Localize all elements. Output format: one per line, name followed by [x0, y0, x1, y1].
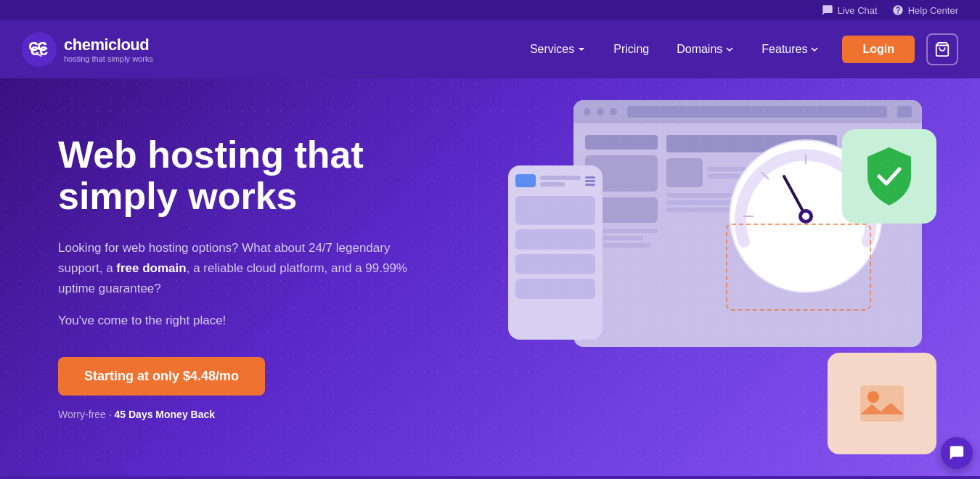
- nav-links: Services Pricing Domains Features Login: [518, 33, 958, 65]
- svg-rect-13: [860, 385, 904, 422]
- block-1: [585, 135, 658, 150]
- hero-description: Looking for web hosting options? What ab…: [58, 238, 436, 299]
- browser-dot-3: [610, 108, 617, 115]
- phone-cards: [515, 196, 595, 299]
- login-button[interactable]: Login: [842, 36, 915, 63]
- phone-card-4: [515, 279, 595, 299]
- nav-features[interactable]: Features: [750, 37, 830, 62]
- live-chat-label: Live Chat: [838, 5, 878, 16]
- browser-address-bar: [627, 106, 887, 118]
- browser-dot-1: [584, 108, 591, 115]
- logo[interactable]: cc chemicloud hosting that simply works: [22, 32, 153, 67]
- svg-point-11: [802, 213, 809, 220]
- cta-button[interactable]: Starting at only $4.48/mo: [58, 357, 265, 396]
- logo-name: chemicloud: [64, 36, 153, 54]
- shield-badge: [842, 129, 936, 224]
- logo-text: chemicloud hosting that simply works: [64, 36, 153, 63]
- shield-svg: [860, 144, 918, 209]
- navbar: cc chemicloud hosting that simply works …: [0, 20, 980, 78]
- hero-content: Web hosting that simply works Looking fo…: [58, 134, 479, 420]
- phone-card-3: [515, 254, 595, 274]
- menu-line: [585, 184, 595, 186]
- svg-point-14: [867, 391, 879, 403]
- phone-logo: [515, 174, 536, 187]
- chevron-down-icon: [577, 45, 586, 54]
- live-chat-link[interactable]: Live Chat: [822, 4, 878, 16]
- browser-top-bar: [573, 100, 922, 123]
- phone-menu: [585, 176, 595, 186]
- phone-top-row: [515, 174, 595, 187]
- help-center-label: Help Center: [908, 5, 958, 16]
- chevron-down-icon-3: [810, 45, 819, 54]
- top-bar: Live Chat Help Center: [0, 0, 980, 20]
- chat-bubble-icon: [949, 445, 965, 461]
- menu-line: [585, 176, 595, 179]
- logo-tagline: hosting that simply works: [64, 54, 153, 63]
- image-card: [828, 353, 936, 454]
- hero-title: Web hosting that simply works: [58, 134, 479, 217]
- image-placeholder-icon: [853, 378, 911, 429]
- cart-icon: [934, 41, 950, 57]
- phone-line: [540, 182, 565, 187]
- nav-pricing[interactable]: Pricing: [602, 37, 661, 62]
- chevron-down-icon-2: [725, 45, 734, 54]
- hero-description-2: You've come to the right place!: [58, 311, 479, 331]
- phone-mockup: [508, 165, 603, 340]
- cart-button[interactable]: [926, 33, 958, 65]
- browser-btn: [897, 106, 912, 118]
- nav-domains[interactable]: Domains: [665, 37, 746, 62]
- help-center-link[interactable]: Help Center: [892, 4, 958, 16]
- money-back-text: Worry-free · 45 Days Money Back: [58, 409, 479, 420]
- browser-dot-2: [597, 108, 604, 115]
- chat-icon: [822, 4, 833, 16]
- help-icon: [892, 4, 904, 16]
- nav-services[interactable]: Services: [518, 37, 597, 62]
- content-img: [666, 158, 703, 187]
- menu-line: [585, 180, 595, 182]
- dashed-outline: [726, 224, 871, 311]
- phone-line: [540, 176, 581, 180]
- phone-title-lines: [540, 176, 581, 187]
- phone-card-1: [515, 196, 595, 225]
- chat-bubble-button[interactable]: [941, 437, 973, 469]
- hero-section: Web hosting that simply works Looking fo…: [0, 78, 980, 476]
- logo-icon: cc: [22, 32, 57, 67]
- phone-card-2: [515, 229, 595, 250]
